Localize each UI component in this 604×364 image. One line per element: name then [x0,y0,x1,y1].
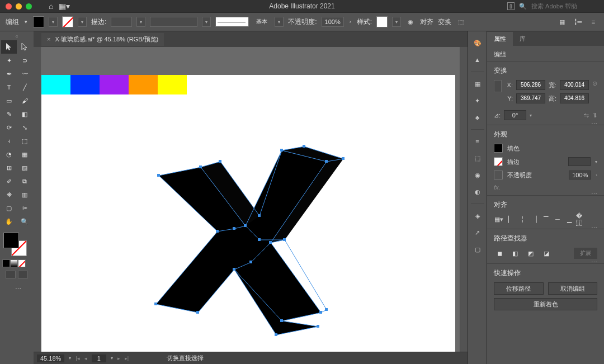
align-panel-icon[interactable]: ≡ [470,134,485,149]
artboard-number[interactable]: 1 [92,354,106,362]
paintbrush-tool[interactable]: 🖌 [17,94,32,107]
zoom-dropdown[interactable]: ▾ [69,356,71,361]
scale-tool[interactable]: ⤡ [17,121,32,134]
zoom-tool[interactable]: 🔍 [17,215,32,228]
fill-stroke-wells[interactable] [3,233,28,257]
stroke-dropdown[interactable]: ▾ [78,17,87,27]
stroke-profile[interactable] [150,17,197,27]
hand-tool[interactable]: ✋ [1,215,17,228]
close-tab-icon[interactable]: × [47,36,50,42]
rotation-dropdown[interactable]: ▾ [530,113,532,118]
color-mode[interactable] [2,259,10,267]
maximize-window-button[interactable] [26,3,32,10]
stroke-weight-input[interactable] [111,17,132,27]
behind-draw-mode[interactable] [18,271,28,278]
asset-export-icon[interactable]: ↗ [470,225,485,240]
transform-panel-icon[interactable]: ⬚ [470,151,485,166]
workspace-icon[interactable]: ▯ [507,2,515,10]
help-search-input[interactable] [531,3,598,10]
magic-wand-tool[interactable]: ✦ [1,54,17,67]
line-tool[interactable]: ╱ [17,81,32,94]
stroke-weight-chevron[interactable]: ▾ [595,159,597,164]
chevron-down-icon[interactable]: ▾ [23,18,29,26]
pref-icon[interactable]: ╏═ [573,17,583,27]
brush-definition[interactable] [215,17,249,27]
distribute-icon[interactable]: �⿲ [576,214,586,224]
symbols-panel-icon[interactable]: ✦ [470,93,485,108]
stroke-color-swatch[interactable] [494,157,503,166]
pathfinder-more-icon[interactable]: ⋯ [591,259,597,266]
mesh-tool[interactable]: ⊞ [1,161,17,174]
align-hcenter-icon[interactable]: ╎ [517,214,527,224]
opacity-chevron[interactable]: › [596,173,597,178]
gradient-mode[interactable] [10,259,18,267]
graph-tool[interactable]: ▥ [17,188,32,201]
scrollbar-vertical[interactable] [460,47,468,352]
close-window-button[interactable] [6,3,12,10]
align-left-icon[interactable]: ▏ [506,214,516,224]
gradient-tool[interactable]: ▨ [17,161,32,174]
pathfinder-exclude-icon[interactable]: ◪ [541,248,552,259]
expand-button[interactable]: 扩展 [574,248,597,259]
y-input[interactable]: 369.747 [516,93,545,103]
type-tool[interactable]: T [1,81,17,94]
free-transform-tool[interactable]: ⬚ [17,134,32,148]
selection-tool[interactable] [1,40,17,54]
align-to-dropdown[interactable]: ▦▾ [494,214,504,224]
artboard-dropdown[interactable]: ▾ [111,356,113,361]
stroke-swatch[interactable] [62,16,73,27]
layers-panel-icon[interactable]: ◈ [470,209,485,223]
width-input[interactable]: 400.014 [560,80,589,90]
fill-swatch[interactable] [33,16,44,27]
ungroup-button[interactable]: 取消编组 [548,282,598,295]
stroke-weight-dropdown[interactable]: ▾ [136,17,145,27]
width-tool[interactable]: ⫞ [1,134,17,148]
arrange-docs-icon[interactable]: ▦▾ [59,2,70,11]
prev-artboard-icon[interactable]: ◂ [84,356,87,361]
rotation-input[interactable]: 0° [504,110,526,120]
style-dropdown[interactable]: ▾ [392,17,401,27]
fill-dropdown[interactable]: ▾ [49,17,58,27]
opacity-field[interactable]: 100% [569,171,591,179]
stroke-panel-icon[interactable]: ♣ [470,110,485,125]
minimize-window-button[interactable] [16,3,22,10]
swatches-panel-icon[interactable]: ▲ [470,53,485,67]
transparency-panel-icon[interactable]: ◉ [470,168,485,182]
lasso-tool[interactable]: ⊃ [17,54,32,67]
opacity-swatch[interactable] [494,171,503,179]
brushes-panel-icon[interactable]: ▦ [470,77,485,91]
eraser-tool[interactable]: ◧ [17,107,32,121]
last-artboard-icon[interactable]: ▸| [125,356,129,361]
eyedropper-tool[interactable]: ✐ [1,174,17,188]
reference-point-grid[interactable] [494,80,502,92]
appearance-panel-icon[interactable]: ◐ [470,185,485,199]
next-artboard-icon[interactable]: ▸ [117,356,120,361]
offset-path-button[interactable]: 位移路径 [494,282,544,295]
align-right-icon[interactable]: ▕ [529,214,539,224]
brush-dropdown[interactable]: ▾ [275,17,284,27]
fill-well[interactable] [3,233,19,248]
color-panel-icon[interactable]: 🎨 [470,36,485,50]
menu-dots-icon[interactable]: ≡ [588,17,598,27]
align-more-icon[interactable]: ⋯ [591,224,597,231]
properties-tab[interactable]: 属性 [487,32,513,46]
pathfinder-minus-icon[interactable]: ◧ [509,248,521,259]
recolor-button[interactable]: 重新着色 [494,298,597,310]
align-top-icon[interactable]: ▔ [541,214,551,224]
normal-draw-mode[interactable] [6,271,16,278]
opacity-input[interactable]: 100% [322,17,344,27]
curvature-tool[interactable]: 〰 [17,67,32,81]
constrain-proportions-icon[interactable]: ⊘ [592,80,597,87]
artboards-panel-icon[interactable]: ▢ [470,242,485,257]
stroke-profile-dropdown[interactable]: ▾ [202,17,211,27]
zoom-level[interactable]: 45.18% [37,354,64,362]
none-mode[interactable] [18,259,26,267]
shape-builder-tool[interactable]: ◔ [1,148,17,161]
rotate-tool[interactable]: ⟳ [1,121,17,134]
essentials-icon[interactable]: ▦ [557,17,567,27]
flip-vertical-icon[interactable]: ⥮ [592,112,597,119]
appearance-more-icon[interactable]: ⋯ [591,191,597,198]
align-link[interactable]: 对齐 [420,17,433,27]
transform-link[interactable]: 变换 [438,17,451,27]
pathfinder-intersect-icon[interactable]: ◩ [525,248,536,259]
